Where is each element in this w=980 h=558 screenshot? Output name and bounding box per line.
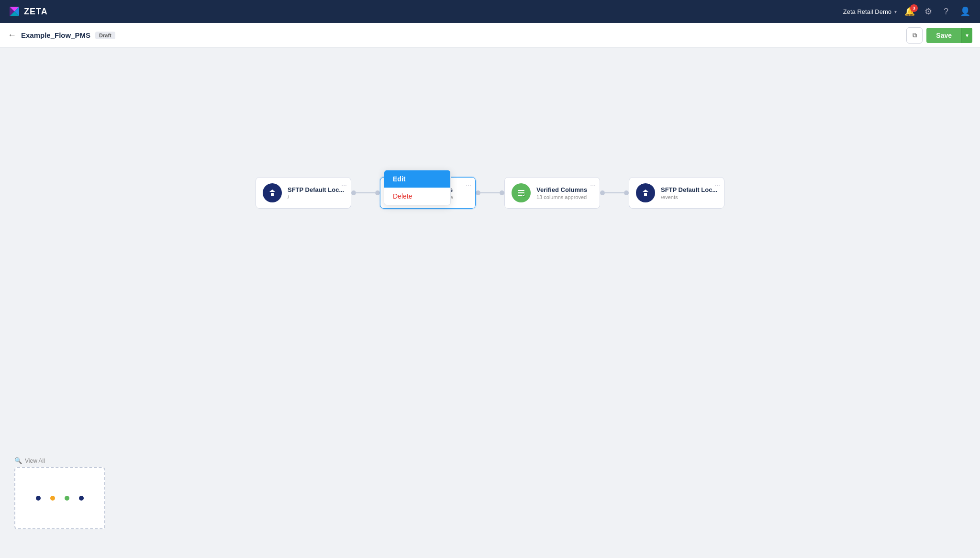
account-switcher[interactable]: Zeta Retail Demo ▾ [843,8,897,15]
topbar: ZETA Zeta Retail Demo ▾ 🔔 3 ⚙ ? 👤 [0,0,980,23]
connector-dot-right [375,190,380,195]
minimap: 🔍 View All [14,457,105,529]
help-button[interactable]: ? [942,5,950,19]
connector-dot-right2 [500,190,504,195]
copy-button[interactable]: ⧉ [906,27,923,44]
connector-dot-left3 [600,190,605,195]
svg-rect-12 [644,193,647,196]
connector-1 [351,190,380,195]
back-button[interactable]: ← [8,30,16,40]
minimap-dot-3 [65,496,69,501]
svg-rect-4 [271,193,274,196]
verified-icon [512,183,531,202]
chevron-down-icon: ▾ [894,9,897,14]
copy-icon: ⧉ [913,32,917,39]
save-button-group: Save ▾ [926,28,972,43]
sftp2-title: SFTP Default Loc... [661,186,717,193]
user-button[interactable]: 👤 [958,4,972,19]
help-icon: ? [944,7,948,16]
node-menu-dots-verified[interactable]: ··· [590,181,596,189]
svg-rect-10 [518,195,523,196]
minimap-box [14,467,105,529]
sftp1-title: SFTP Default Loc... [288,186,344,193]
minimap-nodes [36,496,84,501]
zeta-logo: ZETA [8,5,48,18]
subheader: ← Example_Flow_PMS Draft ⧉ Save ▾ [0,23,980,48]
svg-rect-9 [518,192,524,193]
connector-dot-right3 [624,190,629,195]
context-menu-delete[interactable]: Delete [384,188,450,205]
logo-text: ZETA [24,7,48,17]
node-menu-dots[interactable]: ··· [341,181,347,189]
node-sftp1[interactable]: ··· SFTP Default Loc... / [256,177,351,209]
subheader-left: ← Example_Flow_PMS Draft [8,30,115,40]
svg-rect-8 [518,190,524,191]
context-menu-edit[interactable]: Edit [384,170,450,188]
connector-dot-left2 [476,190,480,195]
view-all-text: View All [25,458,45,464]
node-sftp2[interactable]: ··· SFTP Default Loc... /events [629,177,724,209]
sftp2-icon [636,183,655,202]
settings-icon: ⚙ [924,7,932,16]
sftp1-text: SFTP Default Loc... / [288,186,344,200]
user-icon: 👤 [960,7,970,16]
verified-text: Verified Columns 13 columns approved [536,186,587,200]
account-name: Zeta Retail Demo [843,8,891,15]
connector-dot-left [351,190,356,195]
back-icon: ← [8,30,16,40]
verified-title: Verified Columns [536,186,587,193]
node-menu-dots-sftp2[interactable]: ··· [714,181,720,189]
draft-badge: Draft [95,32,115,39]
connector-line [356,192,375,193]
verified-subtitle: 13 columns approved [536,194,587,200]
save-dropdown-button[interactable]: ▾ [961,28,972,43]
subheader-right: ⧉ Save ▾ [906,27,972,44]
connector-line3 [605,192,624,193]
canvas: ··· SFTP Default Loc... / ··· [0,48,980,558]
minimap-dot-1 [36,496,41,501]
chevron-down-icon: ▾ [966,32,969,39]
save-button[interactable]: Save [926,28,961,43]
search-icon: 🔍 [14,457,22,464]
topbar-right: Zeta Retail Demo ▾ 🔔 3 ⚙ ? 👤 [843,4,972,19]
sftp2-subtitle: /events [661,194,717,200]
minimap-dot-4 [79,496,84,501]
connector-line2 [480,192,500,193]
node-menu-dots-feed[interactable]: ··· [466,181,471,189]
flow-area: ··· SFTP Default Loc... / ··· [256,177,724,209]
notification-badge: 3 [910,4,918,12]
sftp1-icon [263,183,282,202]
flow-title: Example_Flow_PMS [21,31,90,39]
zeta-logo-icon [8,5,21,18]
sftp1-subtitle: / [288,194,344,200]
connector-2 [476,190,504,195]
node-verified[interactable]: ··· Verified Columns 13 columns approved [504,177,600,209]
connector-3 [600,190,629,195]
minimap-label[interactable]: 🔍 View All [14,457,105,464]
notifications-button[interactable]: 🔔 3 [904,6,915,17]
minimap-dot-2 [50,496,55,501]
settings-button[interactable]: ⚙ [923,4,934,19]
topbar-left: ZETA [8,5,48,18]
context-menu: Edit Delete [384,170,451,205]
sftp2-text: SFTP Default Loc... /events [661,186,717,200]
